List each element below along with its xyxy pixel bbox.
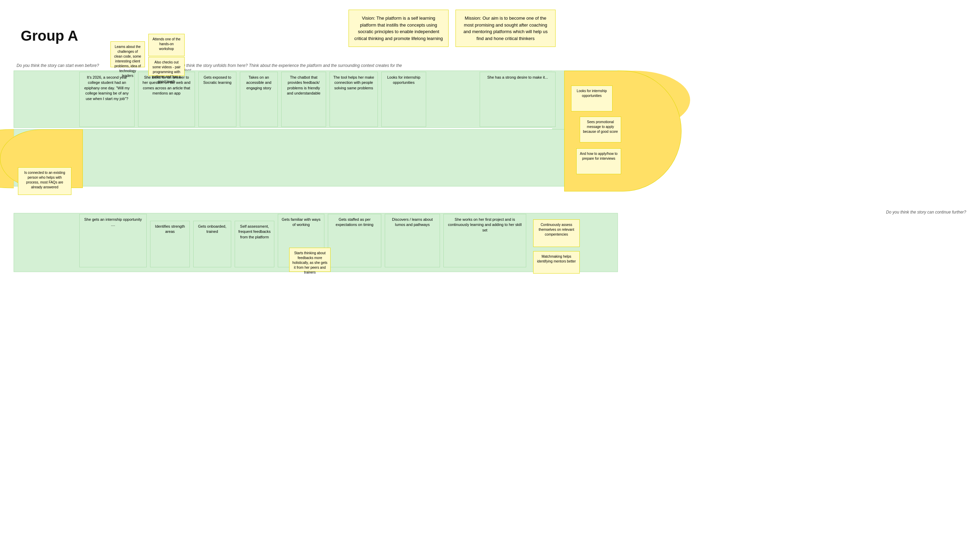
card-internship-opp: She gets an internship opportunity .... [80, 214, 146, 267]
card-checks-out: Also checks out some videos - pair progr… [148, 57, 185, 76]
card-tool: The tool helps her make connection with … [329, 72, 378, 127]
card-workshop: Attends one of the hands-on workshop [148, 34, 185, 56]
svg-rect-2 [14, 129, 618, 186]
card-exposed: Gets exposed to Socratic learning [199, 72, 236, 127]
card-matchmaking: Matchmaking helps identifying mentors be… [533, 251, 580, 273]
card-story: Takes on an accessible and engaging stor… [240, 72, 278, 127]
card-self-assessment: Self assessment, frequent feedbacks from… [235, 221, 274, 267]
card-identifies: Identifies strength areas [150, 221, 190, 267]
card-learns: Learns about the challenges of clean cod… [110, 41, 145, 67]
page-title: Group A [21, 28, 78, 44]
story-continue-label: Do you think the story can continue furt… [886, 210, 966, 215]
card-connected: Is connected to an existing person who h… [18, 167, 72, 195]
card-looks-internship-1: Looks for internship opportunities [381, 72, 426, 127]
card-discovers: Discovers / learns about lumos and pathw… [385, 214, 440, 267]
card-sees-promo: Sees promotional message to apply becaus… [580, 117, 621, 143]
card-how-to-apply: And how to apply/how to prepare for inte… [576, 148, 621, 174]
vision-text: Vision: The platform is a self learning … [355, 16, 443, 41]
card-looks-internship-2: Looks for internship opportunities [571, 86, 612, 111]
card-onboarded: Gets onboarded, trained [193, 221, 231, 267]
card-staffed: Gets staffed as per expectations on timi… [328, 214, 381, 267]
card-epiphany: It's 2026, a second year college student… [80, 72, 135, 127]
mission-box: Mission: Our aim is to become one of the… [455, 10, 555, 47]
card-chatbot: The chatbot that provides feedback/ prob… [281, 72, 326, 127]
story-unfolds-label: How do you think the story unfolds from … [163, 63, 412, 73]
card-strong-desire: She has a strong desire to make it... [480, 72, 555, 127]
card-starts-thinking: Starts thinking about feedbacks more hol… [289, 248, 331, 272]
story-start-label: Do you think the story can start even be… [17, 63, 99, 68]
card-works-project: She works on her first project and is co… [444, 214, 526, 267]
mission-text: Mission: Our aim is to become one of the… [463, 16, 547, 41]
vision-box: Vision: The platform is a self learning … [348, 10, 449, 47]
card-continuously-assess: Continuously assess themselves on releva… [533, 219, 580, 247]
